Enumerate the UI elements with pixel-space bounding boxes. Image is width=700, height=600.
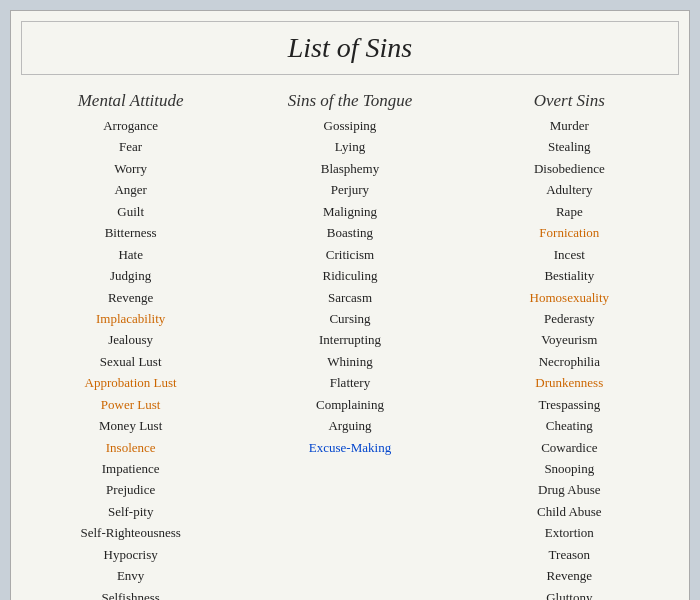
list-item: Prejudice [31, 479, 231, 500]
list-item: Cowardice [469, 437, 669, 458]
col-header-overt: Overt Sins [469, 91, 669, 111]
list-item: Self-pity [31, 501, 231, 522]
list-item: Trespassing [469, 394, 669, 415]
list-item: Whining [250, 351, 450, 372]
list-item: Excuse-Making [250, 437, 450, 458]
list-item: Gossiping [250, 115, 450, 136]
list-item: Gluttony [469, 587, 669, 600]
list-item: Interrupting [250, 329, 450, 350]
list-item: Child Abuse [469, 501, 669, 522]
list-item: Power Lust [31, 394, 231, 415]
list-item: Flattery [250, 372, 450, 393]
list-item: Bestiality [469, 265, 669, 286]
list-item: Drug Abuse [469, 479, 669, 500]
list-item: Boasting [250, 222, 450, 243]
col-mental: ArroganceFearWorryAngerGuiltBitternessHa… [31, 115, 231, 600]
list-item: Envy [31, 565, 231, 586]
list-item: Disobedience [469, 158, 669, 179]
col-header-mental: Mental Attitude [31, 91, 231, 111]
list-item: Anger [31, 179, 231, 200]
list-item: Approbation Lust [31, 372, 231, 393]
title-box: List of Sins [21, 21, 679, 75]
list-item: Treason [469, 544, 669, 565]
list-item: Snooping [469, 458, 669, 479]
col-overt: MurderStealingDisobedienceAdulteryRapeFo… [469, 115, 669, 600]
list-item: Murder [469, 115, 669, 136]
list-item: Revenge [31, 287, 231, 308]
list-item: Drunkenness [469, 372, 669, 393]
list-item: Implacability [31, 308, 231, 329]
list-item: Lying [250, 136, 450, 157]
list-item: Stealing [469, 136, 669, 157]
list-item: Voyeurism [469, 329, 669, 350]
list-item: Criticism [250, 244, 450, 265]
list-item: Complaining [250, 394, 450, 415]
list-item: Adultery [469, 179, 669, 200]
list-item: Maligning [250, 201, 450, 222]
columns-header: Mental Attitude Sins of the Tongue Overt… [21, 91, 679, 111]
list-item: Blasphemy [250, 158, 450, 179]
list-item: Bitterness [31, 222, 231, 243]
list-item: Impatience [31, 458, 231, 479]
main-card: List of Sins Mental Attitude Sins of the… [10, 10, 690, 600]
list-item: Cursing [250, 308, 450, 329]
list-item: Self-Righteousness [31, 522, 231, 543]
list-item: Insolence [31, 437, 231, 458]
list-item: Necrophilia [469, 351, 669, 372]
list-item: Money Lust [31, 415, 231, 436]
col-tongue: GossipingLyingBlasphemyPerjuryMaligningB… [250, 115, 450, 458]
list-item: Arguing [250, 415, 450, 436]
list-item: Homosexuality [469, 287, 669, 308]
list-item: Worry [31, 158, 231, 179]
list-item: Arrogance [31, 115, 231, 136]
list-item: Fornication [469, 222, 669, 243]
list-item: Extortion [469, 522, 669, 543]
list-item: Fear [31, 136, 231, 157]
list-item: Hate [31, 244, 231, 265]
list-item: Guilt [31, 201, 231, 222]
list-item: Sexual Lust [31, 351, 231, 372]
list-item: Ridiculing [250, 265, 450, 286]
list-item: Jealousy [31, 329, 231, 350]
list-item: Judging [31, 265, 231, 286]
list-item: Rape [469, 201, 669, 222]
columns-body: ArroganceFearWorryAngerGuiltBitternessHa… [21, 115, 679, 600]
list-item: Revenge [469, 565, 669, 586]
list-item: Incest [469, 244, 669, 265]
list-item: Pederasty [469, 308, 669, 329]
list-item: Selfishness [31, 587, 231, 600]
list-item: Hypocrisy [31, 544, 231, 565]
list-item: Cheating [469, 415, 669, 436]
list-item: Perjury [250, 179, 450, 200]
list-item: Sarcasm [250, 287, 450, 308]
page-title: List of Sins [22, 32, 678, 64]
col-header-tongue: Sins of the Tongue [250, 91, 450, 111]
